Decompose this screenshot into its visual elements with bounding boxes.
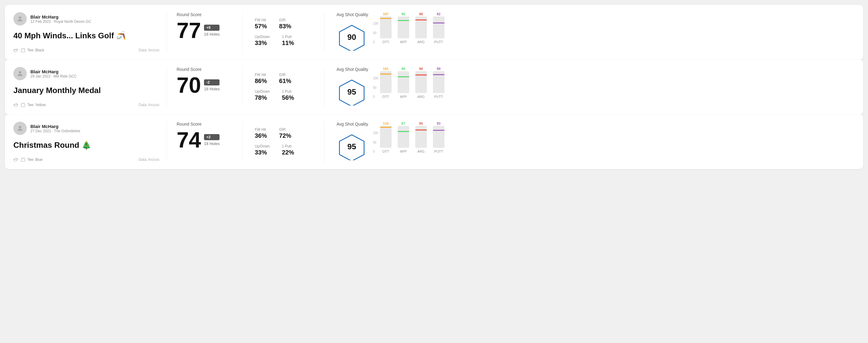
- stat-label-gir: GIR: [279, 73, 291, 77]
- bar-wrapper: [415, 17, 427, 38]
- bar-col: 87APP: [398, 122, 409, 153]
- y-axis-label: 50: [373, 141, 378, 144]
- divider-2: [242, 67, 243, 107]
- hexagon-container: 95: [337, 76, 367, 107]
- avg-shot-quality: Avg Shot Quality 95: [337, 122, 368, 162]
- stat-label-gir: GIR: [279, 18, 291, 22]
- stat-label-fw-hit: FW Hit: [255, 18, 267, 22]
- avatar: [13, 12, 27, 26]
- svg-rect-6: [21, 104, 25, 107]
- stat-value-fw-hit: 86%: [255, 77, 267, 85]
- avatar: [13, 67, 27, 80]
- holes-label: 18 Holes: [204, 142, 219, 146]
- stat-item-up-down: Up/Down33%: [255, 144, 270, 156]
- bar-axis-label: APP: [400, 95, 407, 98]
- data-source: Data: Arccos: [138, 157, 159, 162]
- stat-item-gir: GIR83%: [279, 18, 291, 30]
- avg-shot-quality: Avg Shot Quality 90: [337, 12, 368, 52]
- stat-item-gir: GIR61%: [279, 73, 291, 85]
- user-name: Blair McHarg: [30, 14, 91, 20]
- bag-icon: [21, 157, 26, 162]
- stat-value-one-putt: 56%: [282, 94, 294, 101]
- score-badge-block: -218 Holes: [204, 80, 219, 91]
- score-number: 77: [177, 20, 201, 41]
- stat-item-up-down: Up/Down33%: [255, 35, 270, 46]
- stat-value-gir: 72%: [279, 132, 291, 139]
- bar-col: 96ARG: [415, 67, 427, 98]
- stat-item-fw-hit: FW Hit86%: [255, 73, 267, 85]
- bar-wrapper: [433, 17, 444, 38]
- chart-row: 100500110OTT87APP95ARG93PUTT: [373, 122, 855, 153]
- bar-value-label: 95: [419, 122, 423, 125]
- y-axis-label: 100: [373, 22, 378, 25]
- stat-value-gir: 61%: [279, 77, 291, 85]
- bar-value-label: 99: [437, 67, 440, 70]
- weather-icon: [13, 157, 19, 162]
- bar-line: [433, 23, 444, 23]
- holes-label: 18 Holes: [204, 87, 219, 91]
- round-card-1: Blair McHarg12 Feb 2022 · Royal North De…: [5, 5, 863, 60]
- hexagon-score: 95: [347, 87, 356, 97]
- stat-item-gir: GIR72%: [279, 127, 291, 139]
- stats-row-2: Up/Down78%1 Putt56%: [255, 89, 312, 101]
- bottom-info: Tee: BlackData: Arccos: [13, 48, 159, 52]
- bar-axis-label: PUTT: [434, 150, 443, 153]
- score-badge: +5: [204, 25, 219, 31]
- bar-line: [398, 131, 409, 132]
- chart-row: 100500101OTT86APP96ARG99PUTT: [373, 67, 855, 98]
- bar-col: 101OTT: [380, 67, 392, 98]
- bar-line: [380, 127, 392, 128]
- bar-value-label: 101: [383, 67, 389, 70]
- bar-axis-label: OTT: [382, 95, 389, 98]
- bar-wrapper: [380, 126, 392, 148]
- bar-axis-label: ARG: [417, 95, 425, 98]
- tee-label: Tee: Black: [27, 48, 44, 52]
- avatar: [13, 122, 27, 135]
- svg-rect-10: [21, 158, 25, 161]
- stat-label-one-putt: 1 Putt: [282, 144, 294, 148]
- bar-wrapper: [380, 17, 392, 38]
- bar-col: 82PUTT: [433, 12, 444, 44]
- stat-item-fw-hit: FW Hit57%: [255, 18, 267, 30]
- bar-line: [433, 130, 444, 131]
- bag-icon: [21, 103, 26, 107]
- round-title: Christmas Round 🎄: [13, 141, 159, 150]
- hexagon-score: 95: [347, 142, 356, 151]
- stat-value-one-putt: 22%: [282, 149, 294, 156]
- score-row: 77+518 Holes: [177, 20, 232, 41]
- avg-shot-quality-label: Avg Shot Quality: [337, 12, 368, 17]
- stat-label-one-putt: 1 Putt: [282, 89, 294, 94]
- bar-wrapper: [398, 126, 409, 148]
- bar-wrapper: [415, 71, 427, 93]
- bar-line: [398, 76, 409, 77]
- bar-line: [380, 18, 392, 19]
- bars-container: 110OTT87APP95ARG93PUTT: [380, 122, 444, 153]
- score-row: 74+218 Holes: [177, 129, 232, 151]
- bar-chart-section: 100500101OTT86APP96ARG99PUTT: [373, 67, 855, 98]
- bar-line: [415, 129, 427, 130]
- score-section: Round Score74+218 Holes: [174, 122, 235, 162]
- stat-value-up-down: 33%: [255, 39, 270, 46]
- round-card-2: Blair McHarg29 Jan 2022 · Mill Ride GCCJ…: [5, 60, 863, 114]
- bar-wrapper: [380, 71, 392, 93]
- bar-axis-label: OTT: [382, 40, 389, 44]
- hexagon-container: 90: [337, 22, 367, 52]
- user-info: Blair McHarg29 Jan 2022 · Mill Ride GCC: [13, 67, 159, 80]
- user-meta: 27 Dec 2021 · The Oxfordshire: [30, 129, 80, 133]
- stat-value-fw-hit: 36%: [255, 132, 267, 139]
- y-axis-label: 50: [373, 31, 378, 35]
- bar-col: 86APP: [398, 67, 409, 98]
- stat-value-one-putt: 11%: [282, 39, 294, 46]
- user-meta: 12 Feb 2022 · Royal North Devon GC: [30, 20, 91, 24]
- user-name: Blair McHarg: [30, 69, 76, 74]
- stat-label-gir: GIR: [279, 127, 291, 132]
- divider-2: [242, 12, 243, 52]
- bar-col: 107OTT: [380, 12, 392, 44]
- stats-row-2: Up/Down33%1 Putt22%: [255, 144, 312, 156]
- stat-item-one-putt: 1 Putt56%: [282, 89, 294, 101]
- y-axis-label: 0: [373, 95, 378, 98]
- bar-axis-label: ARG: [417, 150, 425, 153]
- score-badge: -2: [204, 80, 219, 86]
- avg-shot-quality-label: Avg Shot Quality: [337, 67, 368, 72]
- score-section: Round Score77+518 Holes: [174, 12, 235, 52]
